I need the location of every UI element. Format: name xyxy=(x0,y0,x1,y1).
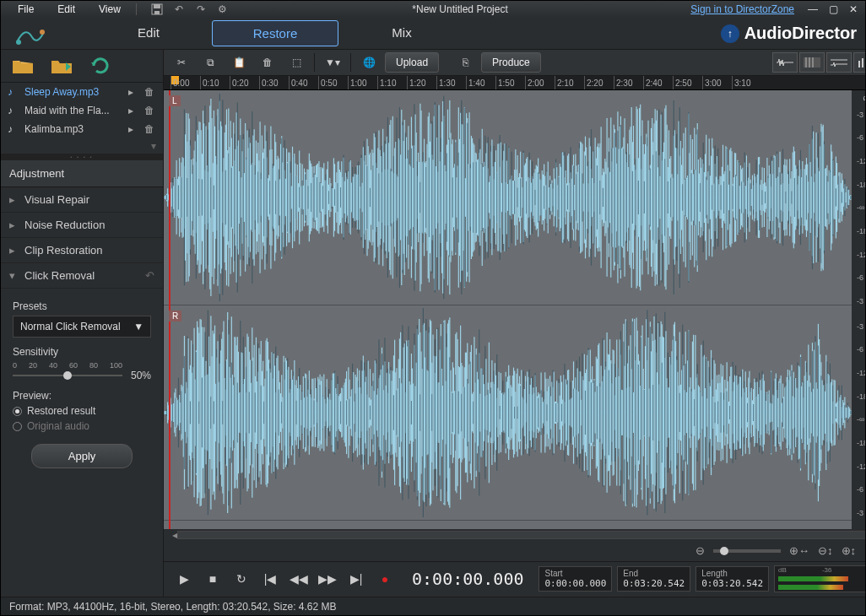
zoom-slider[interactable] xyxy=(713,549,781,553)
media-item[interactable]: ♪ Kalimba.mp3 ▸ 🗑 xyxy=(1,120,163,138)
next-button[interactable]: ▶| xyxy=(344,567,368,591)
adj-clip-restoration[interactable]: ▸Clip Restoration xyxy=(1,238,163,263)
zoom-out-h-icon[interactable]: ⊖ xyxy=(696,544,705,557)
maximize-button[interactable]: ▢ xyxy=(826,3,840,16)
preview-label: Preview: xyxy=(13,390,151,402)
export-icon[interactable]: ⎘ xyxy=(452,51,478,73)
forward-button[interactable]: ▶▶ xyxy=(316,567,339,591)
tab-mix[interactable]: Mix xyxy=(338,20,465,46)
close-button[interactable]: ✕ xyxy=(847,3,860,16)
play-icon[interactable]: ▸ xyxy=(124,86,138,98)
brand: ↑ AudioDirector xyxy=(721,24,857,43)
db-tick: -18 xyxy=(857,392,865,401)
adj-noise-reduction[interactable]: ▸Noise Reduction xyxy=(1,213,163,238)
menu-edit[interactable]: Edit xyxy=(46,3,87,15)
radio-restored-result[interactable]: Restored result xyxy=(13,405,151,417)
loop-button[interactable]: ↻ xyxy=(230,567,253,591)
redo-icon[interactable]: ↷ xyxy=(194,3,208,16)
db-tick: -6 xyxy=(857,133,865,142)
marker-icon[interactable]: ▼▾ xyxy=(320,51,345,73)
status-bar: Format: MP3, 44100Hz, 16-bit, Stereo, Le… xyxy=(1,597,865,615)
undo-icon[interactable]: ↶ xyxy=(145,269,154,282)
open-folder-icon[interactable] xyxy=(11,57,35,75)
view-split-icon[interactable] xyxy=(826,52,852,73)
sensitivity-slider[interactable] xyxy=(13,370,122,381)
play-icon[interactable]: ▸ xyxy=(124,105,138,116)
copy-icon[interactable]: ⧉ xyxy=(198,51,223,73)
undo-icon[interactable]: ↶ xyxy=(172,3,186,16)
range-end[interactable]: End0:03:20.542 xyxy=(617,566,690,592)
view-waveform-icon[interactable] xyxy=(772,52,798,73)
db-tick: -3 xyxy=(857,322,865,331)
trash-icon[interactable]: 🗑 xyxy=(143,123,156,135)
waveform-area[interactable]: L R dB -3-6-12-18-∞-18-12-6-3 -3-6-12-18… xyxy=(164,90,865,529)
refresh-icon[interactable] xyxy=(89,57,112,75)
save-icon[interactable] xyxy=(150,3,164,16)
tab-restore[interactable]: Restore xyxy=(212,20,338,46)
db-tick: -3 xyxy=(857,509,865,517)
rewind-button[interactable]: ◀◀ xyxy=(287,567,311,591)
zoom-in-v-icon[interactable]: ⊕↕ xyxy=(842,544,857,557)
upload-button[interactable]: Upload xyxy=(385,52,439,73)
adj-item-label: Visual Repair xyxy=(24,193,89,206)
panel-splitter[interactable]: • • • • xyxy=(1,154,163,160)
apply-button[interactable]: Apply xyxy=(31,444,133,468)
music-note-icon: ♪ xyxy=(8,105,19,116)
menu-file[interactable]: File xyxy=(6,3,46,15)
play-icon[interactable]: ▸ xyxy=(124,123,138,135)
adj-visual-repair[interactable]: ▸Visual Repair xyxy=(1,187,163,213)
produce-button[interactable]: Produce xyxy=(481,52,541,73)
media-item[interactable]: ♪ Maid with the Fla... ▸ 🗑 xyxy=(1,101,163,120)
crop-icon[interactable]: ⬚ xyxy=(284,51,309,73)
record-button[interactable]: ● xyxy=(373,567,397,591)
cut-icon[interactable]: ✂ xyxy=(169,51,194,73)
db-header: dB xyxy=(853,94,865,102)
db-tick: -∞ xyxy=(857,415,865,424)
signin-link[interactable]: Sign in to DirectorZone xyxy=(690,3,794,15)
zoom-fit-icon[interactable]: ⛶ xyxy=(864,544,865,557)
media-item[interactable]: ♪ Sleep Away.mp3 ▸ 🗑 xyxy=(1,83,163,101)
paste-icon[interactable]: 📋 xyxy=(226,51,252,73)
brand-name: AudioDirector xyxy=(744,24,857,43)
range-length[interactable]: Length0:03:20.542 xyxy=(696,566,769,592)
waveform-left-channel[interactable]: L xyxy=(164,90,852,305)
tab-edit[interactable]: Edit xyxy=(85,20,212,46)
music-note-icon: ♪ xyxy=(8,86,19,98)
stop-button[interactable]: ■ xyxy=(201,567,225,591)
range-start[interactable]: Start0:00:00.000 xyxy=(539,566,612,592)
trash-icon[interactable]: 🗑 xyxy=(143,105,156,116)
adjustment-header: Adjustment xyxy=(1,160,163,187)
import-folder-icon[interactable] xyxy=(50,57,73,75)
scroll-down-icon[interactable]: ▾ xyxy=(1,138,163,154)
zoom-out-v-icon[interactable]: ⊖↕ xyxy=(818,544,833,557)
play-button[interactable]: ▶ xyxy=(172,567,196,591)
zoom-in-h-icon[interactable]: ⊕↔ xyxy=(789,544,809,557)
adj-click-removal[interactable]: ▾Click Removal↶ xyxy=(1,263,163,289)
minimize-button[interactable]: — xyxy=(806,3,820,16)
ruler-tick: 1:20 xyxy=(407,76,425,89)
globe-icon[interactable]: 🌐 xyxy=(356,51,382,73)
prev-button[interactable]: |◀ xyxy=(258,567,282,591)
settings-icon[interactable]: ⚙ xyxy=(216,3,230,16)
media-item-name: Kalimba.mp3 xyxy=(24,123,119,135)
zoom-controls: ⊖ ⊕↔ ⊖↕ ⊕↕ ⛶ xyxy=(164,541,865,561)
view-spectral-icon[interactable] xyxy=(799,52,825,73)
radio-original-audio[interactable]: Original audio xyxy=(13,420,151,432)
preset-select[interactable]: Normal Click Removal ▼ xyxy=(13,316,151,338)
delete-icon[interactable]: 🗑 xyxy=(255,51,280,73)
menu-view[interactable]: View xyxy=(87,3,133,15)
ruler-tick: 0:50 xyxy=(318,76,337,89)
timecode-display: 0:00:00.000 xyxy=(412,569,523,589)
sensitivity-ticks: 0 20 40 60 80 100 xyxy=(13,361,122,370)
horizontal-scrollbar[interactable]: ◂ ▸ xyxy=(164,529,865,541)
trash-icon[interactable]: 🗑 xyxy=(143,86,156,98)
upload-cloud-icon: ↑ xyxy=(721,24,739,43)
db-tick: -3 xyxy=(857,297,865,305)
db-tick: -6 xyxy=(857,485,865,494)
time-ruler[interactable]: 0:000:100:200:300:400:501:001:101:201:30… xyxy=(164,76,865,90)
scrollbar-thumb[interactable] xyxy=(178,532,865,538)
waveform-right-channel[interactable]: R xyxy=(164,305,852,521)
view-bars-icon[interactable] xyxy=(853,52,865,73)
window-title: *New Untitled Project xyxy=(230,3,690,15)
db-tick: -12 xyxy=(857,462,865,471)
